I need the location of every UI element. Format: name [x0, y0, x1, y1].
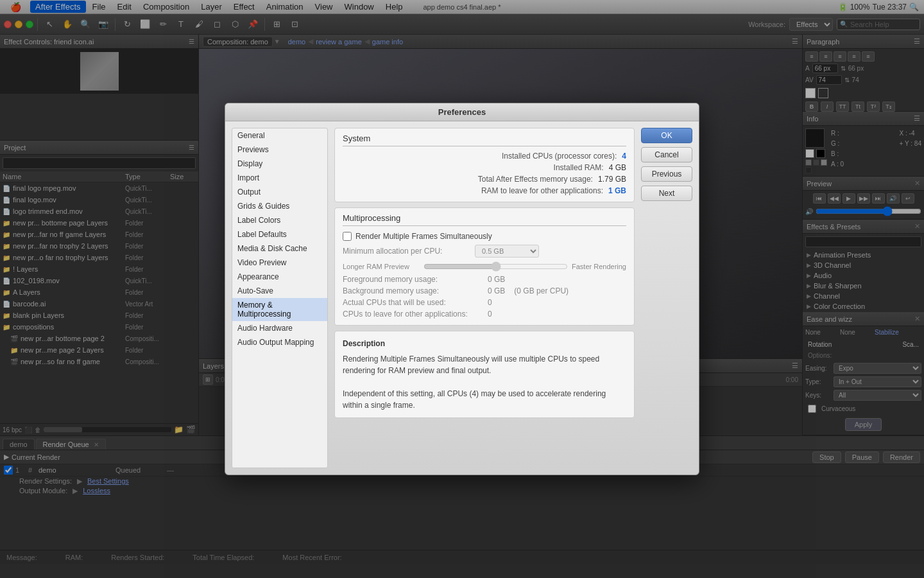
ae-memory-row: Total After Effects memory usage: 1.79 G…	[343, 173, 626, 185]
render-multiple-row: Render Multiple Frames Simultaneously	[343, 230, 626, 243]
sidebar-item-output[interactable]: Output	[232, 185, 327, 199]
dialog-sidebar: GeneralPreviewsDisplayImportOutputGrids …	[232, 128, 328, 468]
actual-cpus-value: 0	[488, 298, 492, 307]
dialog-title: Preferences	[438, 107, 486, 117]
cpus-label: Installed CPUs (processor cores):	[343, 152, 617, 161]
ae-memory-label: Total After Effects memory usage:	[343, 175, 593, 184]
ram-leave-label: RAM to leave for other applications:	[343, 186, 603, 195]
multiproc-title: Multiprocessing	[343, 213, 626, 226]
actual-cpus-label: Actual CPUs that will be used:	[343, 298, 484, 307]
faster-rendering-label: Faster Rendering	[572, 263, 626, 270]
foreground-usage-row: Foreground memory usage: 0 GB	[343, 274, 626, 285]
sidebar-item-general[interactable]: General	[232, 128, 327, 143]
sidebar-item-import[interactable]: Import	[232, 171, 327, 185]
ok-button[interactable]: OK	[641, 128, 692, 143]
foreground-label: Foreground memory usage:	[343, 275, 484, 284]
sidebar-item-appearance[interactable]: Appearance	[232, 270, 327, 284]
ram-install-label: Installed RAM:	[343, 163, 604, 172]
cpus-leave-label: CPUs to leave for other applications:	[343, 310, 484, 319]
dialog-title-bar: Preferences	[225, 103, 699, 121]
background-value: 0 GB	[488, 286, 505, 295]
previous-button[interactable]: Previous	[641, 166, 692, 182]
longer-ram-label: Longer RAM Preview	[343, 263, 420, 270]
description-title: Description	[343, 338, 626, 349]
sidebar-item-media_disk_cache[interactable]: Media & Disk Cache	[232, 241, 327, 256]
cancel-button[interactable]: Cancel	[641, 147, 692, 162]
sidebar-item-video_preview[interactable]: Video Preview	[232, 256, 327, 270]
ram-slider	[424, 261, 568, 272]
ram-preview-slider-row: Longer RAM Preview Faster Rendering	[343, 259, 626, 274]
cpus-value: 4	[622, 152, 626, 161]
min-alloc-label: Minimum allocation per CPU:	[343, 247, 471, 256]
ram-leave-value: 1 GB	[608, 186, 626, 195]
sidebar-item-display[interactable]: Display	[232, 157, 327, 171]
min-alloc-select: 0.5 GB	[475, 245, 539, 258]
sidebar-item-memory_multiproc[interactable]: Memory & Multiprocessing	[232, 298, 327, 321]
sidebar-item-audio_hardware[interactable]: Audio Hardware	[232, 321, 327, 335]
dialog-main-content: System Installed CPUs (processor cores):…	[334, 128, 635, 468]
sidebar-item-label_defaults[interactable]: Label Defaults	[232, 227, 327, 241]
sidebar-item-label_colors[interactable]: Label Colors	[232, 213, 327, 227]
background-label: Background memory usage:	[343, 286, 484, 295]
foreground-value: 0 GB	[488, 275, 505, 284]
ram-install-value: 4 GB	[609, 163, 626, 172]
multiproc-section: Multiprocessing Render Multiple Frames S…	[334, 207, 635, 326]
sidebar-item-previews[interactable]: Previews	[232, 143, 327, 157]
actual-cpus-row: Actual CPUs that will be used: 0	[343, 297, 626, 308]
description-line2: Independent of this setting, all CPUs (4…	[343, 388, 626, 411]
cpus-row: Installed CPUs (processor cores): 4	[343, 150, 626, 162]
render-multiple-checkbox[interactable]	[343, 232, 352, 241]
system-section: System Installed CPUs (processor cores):…	[334, 128, 635, 202]
sidebar-item-auto_save[interactable]: Auto-Save	[232, 284, 327, 298]
dialog-body: GeneralPreviewsDisplayImportOutputGrids …	[225, 121, 699, 475]
cpus-leave-value: 0	[488, 310, 492, 319]
min-alloc-row: Minimum allocation per CPU: 0.5 GB	[343, 243, 626, 259]
ae-memory-value: 1.79 GB	[598, 175, 626, 184]
preferences-dialog: Preferences GeneralPreviewsDisplayImport…	[225, 103, 699, 475]
description-line1: Rendering Multiple Frames Simultaneously…	[343, 353, 626, 376]
description-section: Description Rendering Multiple Frames Si…	[334, 331, 635, 418]
background-usage-row: Background memory usage: 0 GB (0 GB per …	[343, 285, 626, 297]
cpus-leave-row: CPUs to leave for other applications: 0	[343, 308, 626, 320]
render-multiple-label: Render Multiple Frames Simultaneously	[355, 232, 492, 241]
background-per-cpu: (0 GB per CPU)	[514, 286, 569, 295]
dialog-overlay: Preferences GeneralPreviewsDisplayImport…	[0, 0, 924, 578]
dialog-buttons: OK Cancel Previous Next	[641, 128, 692, 468]
ram-leave-row: RAM to leave for other applications: 1 G…	[343, 185, 626, 197]
ram-row: Installed RAM: 4 GB	[343, 162, 626, 173]
sidebar-item-audio_output[interactable]: Audio Output Mapping	[232, 335, 327, 349]
next-button[interactable]: Next	[641, 186, 692, 201]
system-section-title: System	[343, 134, 626, 146]
sidebar-item-grids_guides[interactable]: Grids & Guides	[232, 199, 327, 213]
